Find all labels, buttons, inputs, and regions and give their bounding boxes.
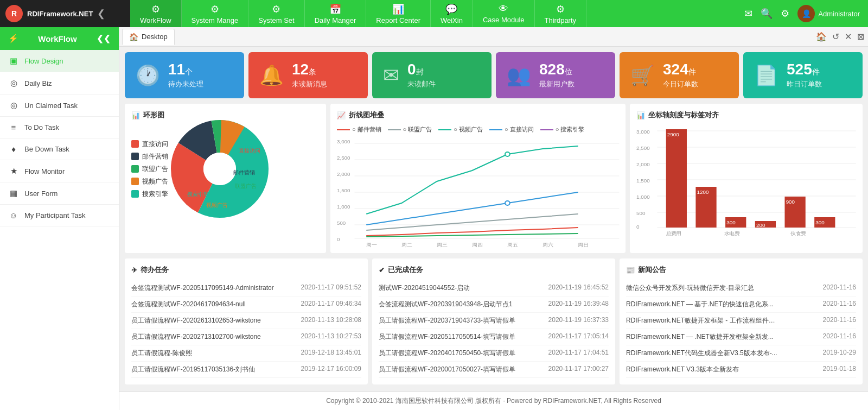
email-icon[interactable]: ✉ — [744, 8, 752, 20]
task-row[interactable]: RDIFramework.NET — .NET敏捷开发框架全新发...2020-… — [626, 329, 856, 345]
task-row[interactable]: 测试WF-20204519044552-启动2020-11-19 16:45:5… — [379, 280, 609, 297]
stat-num-2: 0封 — [407, 62, 436, 77]
sidebar-label-user-form: User Form — [24, 190, 58, 198]
task-row[interactable]: 会签流程测试WF-20205117095149-Administrator202… — [131, 280, 361, 297]
nav-item-workflow[interactable]: ⚙WorkFlow — [130, 0, 182, 27]
nav-label-system-set: System Set — [258, 16, 294, 24]
avatar: 👤 — [797, 5, 815, 22]
task-title: RDIFramework.NET敏捷开发框架 - 工作流程组件介... — [626, 316, 778, 325]
task-time: 2020-11-16 — [823, 283, 856, 293]
collapse-icon[interactable]: ❮ — [97, 8, 105, 20]
sidebar-collapse-icon[interactable]: ❮❮ — [97, 34, 111, 43]
task-row[interactable]: 员工请假流程WF-20202613102653-wikstone2020-11-… — [131, 313, 361, 329]
svg-text:2900: 2900 — [667, 131, 679, 137]
legend-color-swatch — [131, 165, 139, 173]
pending-tasks-card: ✈ 待办任务 会签流程测试WF-20205117095149-Administr… — [125, 258, 368, 384]
sidebar-label-daily-biz: Daily Biz — [24, 79, 52, 87]
search-icon[interactable]: 🔍 — [761, 8, 773, 20]
completed-tasks-title: ✔ 已完成任务 — [379, 265, 609, 275]
nav-item-system-set[interactable]: ⚙System Set — [248, 0, 304, 27]
line-legend-item: ○ 邮件营销 — [337, 125, 381, 134]
stat-label-0: 待办未处理 — [168, 79, 203, 89]
nav-item-report-center[interactable]: 📊Report Center — [366, 0, 431, 27]
dashboard: 🕐 11个 待办未处理 🔔 12条 未读新消息 ✉ 0封 未读邮件 👥 828位… — [119, 47, 868, 392]
legend-color-swatch — [131, 153, 139, 160]
news-icon: 📰 — [626, 266, 635, 274]
svg-text:500: 500 — [636, 210, 645, 216]
task-row[interactable]: 员工请假流程WF-20200017050027-填写请假单2020-11-17 … — [379, 362, 609, 378]
stat-info-0: 11个 待办未处理 — [168, 62, 203, 89]
stat-info-5: 525件 昨日订单数 — [787, 62, 822, 89]
sidebar-item-flow-monitor[interactable]: ★Flow Monitor — [0, 160, 119, 182]
completed-tasks-list: 测试WF-20204519044552-启动2020-11-19 16:45:5… — [379, 280, 609, 378]
task-row[interactable]: 员工请假流程-陈俊熙2019-12-18 13:45:01 — [131, 345, 361, 362]
stat-unit-2: 封 — [416, 67, 424, 76]
sidebar-item-todo-task[interactable]: ≡To Do Task — [0, 117, 119, 138]
close-btn[interactable]: ✕ — [844, 30, 853, 43]
task-row[interactable]: RDIFramework.NET敏捷开发框架 - 工作流程组件介...2020-… — [626, 313, 856, 329]
nav-item-weixin[interactable]: 💬WeiXin — [431, 0, 473, 27]
pending-tasks-title: ✈ 待办任务 — [131, 265, 361, 275]
task-row[interactable]: 微信公众号开发系列-玩转微信开发-目录汇总2020-11-16 — [626, 280, 856, 297]
stat-card-1: 🔔 12条 未读新消息 — [248, 52, 368, 98]
svg-text:300: 300 — [816, 219, 825, 225]
line-chart-card: 📈 折线图堆叠 ○ 邮件营销○ 联盟广告○ 视频广告○ 直接访问○ 搜索引擎 0… — [330, 104, 626, 253]
task-row[interactable]: 会签流程测试WF-20204617094634-null2020-11-17 0… — [131, 297, 361, 313]
task-row[interactable]: RDIFramework.NET — 基于.NET的快速信息化系...2020-… — [626, 297, 856, 313]
svg-text:2,500: 2,500 — [636, 145, 650, 150]
nav-menu: ⚙WorkFlow⚙System Mange⚙System Set📅Daily … — [130, 0, 736, 27]
task-time: 2020-11-19 16:37:33 — [548, 316, 609, 325]
sidebar-item-daily-biz[interactable]: ◎Daily Biz — [0, 72, 119, 94]
stat-num-4: 324件 — [663, 62, 698, 77]
svg-text:1200: 1200 — [697, 189, 709, 194]
task-row[interactable]: 员工请假流程WF-20205117050514-填写请假单2020-11-17 … — [379, 329, 609, 345]
nav-item-daily-manger[interactable]: 📅Daily Manger — [305, 0, 367, 27]
nav-item-system-mange[interactable]: ⚙System Mange — [182, 0, 249, 27]
stat-icon-2: ✉ — [383, 64, 399, 87]
sidebar-label-todo-task: To Do Task — [24, 123, 59, 131]
stat-label-4: 今日订单数 — [663, 79, 698, 89]
task-row[interactable]: 会签流程测试WF-20203919043948-启动节点12020-11-19 … — [379, 297, 609, 313]
sidebar-item-unclaimed-task[interactable]: ◎Un Claimed Task — [0, 94, 119, 117]
pie-legend-item: 直接访问 — [131, 140, 168, 149]
nav-icon-report-center: 📊 — [392, 3, 404, 15]
sidebar-item-my-participant[interactable]: ☺My Participant Task — [0, 205, 119, 226]
stat-num-1: 12条 — [292, 62, 327, 77]
task-row[interactable]: 员工请假流程WF-20203719043733-填写请假单2020-11-19 … — [379, 313, 609, 329]
svg-text:900: 900 — [786, 199, 795, 204]
maximize-btn[interactable]: ⊠ — [856, 30, 865, 43]
line-dot — [388, 129, 401, 130]
sidebar-header: ⚡ WorkFlow ❮❮ — [0, 27, 119, 50]
pie-legend-item: 邮件营销 — [131, 152, 168, 161]
refresh-btn[interactable]: ↺ — [831, 30, 840, 43]
stat-icon-4: 🛒 — [630, 64, 655, 87]
home-icon: 🏠 — [129, 33, 138, 41]
svg-point-5 — [203, 153, 236, 185]
nav-icon-weixin: 💬 — [445, 3, 457, 15]
nav-item-thirdparty[interactable]: ⚙Thirdparty — [535, 0, 587, 27]
sidebar-icon-unclaimed-task: ◎ — [8, 100, 19, 110]
task-row[interactable]: RDIFramework.NET代码生成器全新V3.5版本发布-...2019-… — [626, 345, 856, 362]
line-legend: ○ 邮件营销○ 联盟广告○ 视频广告○ 直接访问○ 搜索引擎 — [337, 125, 619, 134]
desktop-tab[interactable]: 🏠 Desktop — [122, 29, 175, 45]
sidebar-item-bedown-task[interactable]: ♦Be Down Task — [0, 138, 119, 160]
nav-item-case-module[interactable]: 👁Case Module — [473, 0, 535, 27]
sidebar-item-flow-design[interactable]: ▣Flow Design — [0, 50, 119, 72]
line-dot — [540, 129, 553, 130]
settings-icon[interactable]: ⚙ — [781, 8, 789, 20]
task-title: RDIFramework.NET代码生成器全新V3.5版本发布-... — [626, 349, 778, 358]
pie-icon: 📊 — [131, 111, 140, 119]
task-row[interactable]: 员工请假流程WF-20202713102700-wikstone2020-11-… — [131, 329, 361, 345]
sidebar-item-user-form[interactable]: ▦User Form — [0, 182, 119, 205]
line-legend-item: ○ 联盟广告 — [388, 125, 432, 134]
task-row[interactable]: 员工请假流程WF-20195117035136-刘书仙2019-12-17 16… — [131, 362, 361, 378]
task-time: 2020-11-17 17:00:27 — [548, 365, 609, 374]
task-row[interactable]: 员工请假流程WF-20204017050450-填写请假单2020-11-17 … — [379, 345, 609, 362]
home-btn[interactable]: 🏠 — [815, 30, 828, 43]
line-legend-item: ○ 视频广告 — [438, 125, 483, 134]
nav-icon-case-module: 👁 — [499, 3, 508, 15]
sidebar-icon-user-form: ▦ — [8, 188, 19, 198]
svg-text:500: 500 — [337, 220, 346, 226]
task-row[interactable]: RDIFramework.NET V3.3版本全新发布2019-01-18 — [626, 362, 856, 378]
user-profile[interactable]: 👤 Administrator — [797, 5, 860, 22]
